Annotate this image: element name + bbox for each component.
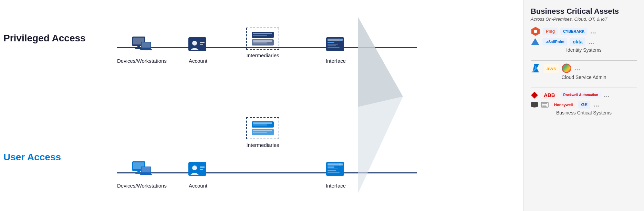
svg-rect-37	[253, 124, 267, 125]
svg-rect-36	[253, 122, 272, 124]
privileged-intermediaries-label: Intermediaries	[246, 52, 279, 58]
user-devices-icon	[130, 159, 154, 180]
privileged-devices-node: Devices/Workstations	[117, 34, 167, 64]
identity-systems-label: Identity Systems	[531, 47, 637, 53]
sailpoint-logo: ⊿SailPoint	[542, 38, 567, 46]
svg-rect-58	[531, 102, 538, 107]
biz-logos-row-2: Honeywell GE …	[531, 101, 637, 109]
svg-point-56	[562, 64, 571, 72]
business-critical-label: Business Critical Systems	[531, 110, 637, 115]
interface-icon-user	[324, 159, 348, 180]
svg-rect-29	[142, 167, 150, 172]
svg-rect-23	[339, 39, 341, 41]
privileged-intermediaries-box	[246, 28, 279, 50]
devices-workstations-icon	[130, 34, 154, 55]
svg-rect-40	[253, 132, 267, 133]
cloud-service-label: Cloud Service Admin	[531, 74, 637, 80]
screen-icon	[531, 102, 538, 108]
svg-point-32	[192, 165, 197, 170]
biz-logos-row-1: ABB Rockwell Automation …	[531, 91, 637, 99]
svg-rect-9	[200, 42, 205, 43]
user-intermediaries-label: Intermediaries	[246, 142, 279, 148]
svg-rect-20	[328, 44, 338, 44]
svg-rect-30	[140, 174, 152, 175]
divider-2	[531, 88, 637, 88]
privileged-devices-label: Devices/Workstations	[117, 58, 167, 64]
user-account-node: Account	[186, 159, 210, 189]
list-icon	[541, 102, 549, 108]
svg-rect-2	[137, 46, 140, 48]
svg-rect-62	[542, 105, 546, 106]
svg-rect-10	[200, 44, 203, 45]
svg-rect-33	[200, 167, 205, 168]
svg-rect-16	[253, 42, 267, 43]
abb-logo: ABB	[541, 91, 558, 99]
svg-rect-6	[140, 49, 152, 50]
user-intermediaries-box	[246, 117, 279, 139]
ping-identity-icon	[531, 27, 540, 36]
privileged-intermediaries-node: Intermediaries	[246, 28, 279, 58]
ping-logo: Ping	[543, 28, 558, 35]
user-account-label: Account	[189, 183, 207, 189]
svg-rect-5	[142, 42, 150, 48]
user-access-label: User Access	[3, 152, 61, 163]
cyberark-logo: CYBERARK	[560, 28, 587, 35]
main-diagram: Privileged Access User Access Devices/Wo…	[0, 0, 523, 211]
svg-point-51	[534, 30, 537, 33]
divider-1	[531, 60, 637, 61]
ge-logo: GE	[578, 101, 590, 109]
svg-rect-43	[328, 167, 334, 168]
svg-point-8	[192, 41, 197, 46]
biz-more-2-icon: …	[593, 101, 599, 108]
rockwell-logo: Rockwell Automation	[561, 92, 601, 98]
privileged-interface-label: Interface	[326, 58, 346, 64]
privileged-access-label: Privileged Access	[3, 33, 86, 44]
svg-rect-59	[533, 107, 536, 108]
svg-rect-39	[253, 130, 272, 131]
user-devices-label: Devices/Workstations	[117, 183, 167, 189]
privileged-account-label: Account	[189, 58, 207, 64]
user-interface-label: Interface	[326, 183, 346, 189]
identity-more-2-icon: …	[588, 38, 594, 46]
account-icon-user	[186, 159, 210, 180]
identity-logos-row-2: ⊿SailPoint okta …	[531, 38, 637, 46]
svg-rect-44	[328, 169, 338, 169]
azure-icon	[531, 63, 541, 73]
cloud-more-icon: …	[574, 65, 580, 72]
triangle-overlay	[358, 0, 403, 211]
interface-icon-privileged	[324, 34, 348, 55]
svg-rect-45	[328, 170, 336, 171]
biz-more-icon: …	[604, 91, 610, 99]
honeywell-logo: Honeywell	[551, 101, 575, 108]
right-panel: Business Critical Assets Across On-Premi…	[523, 0, 644, 211]
user-interface-node: Interface	[324, 159, 348, 189]
okta-logo: okta	[570, 38, 585, 46]
svg-marker-48	[358, 17, 403, 107]
gcp-icon	[562, 63, 571, 73]
svg-rect-47	[339, 163, 341, 165]
identity-logos-row: Ping CYBERARK …	[531, 27, 637, 36]
svg-marker-49	[358, 97, 403, 193]
svg-rect-12	[253, 33, 272, 34]
svg-rect-22	[328, 47, 340, 48]
svg-rect-46	[328, 172, 340, 173]
account-icon-privileged	[186, 34, 210, 55]
svg-rect-13	[253, 35, 267, 36]
svg-rect-15	[253, 40, 272, 42]
user-intermediaries-node: Intermediaries	[246, 117, 279, 148]
cloud-service-section: aws … Cloud Serv	[531, 63, 637, 80]
svg-rect-63	[542, 106, 547, 107]
identity-more-icon: …	[590, 28, 596, 35]
identity-systems-section: Ping CYBERARK … ⊿SailPoint okta … Identi…	[531, 27, 637, 53]
sailpoint-icon	[531, 38, 540, 46]
svg-marker-52	[531, 38, 539, 45]
svg-rect-61	[542, 103, 547, 104]
panel-subtitle: Across On-Premises, Cloud, OT, & IoT	[531, 17, 637, 22]
svg-rect-21	[328, 46, 336, 46]
svg-rect-34	[200, 169, 203, 170]
svg-rect-26	[137, 171, 140, 173]
privileged-interface-node: Interface	[324, 34, 348, 64]
business-critical-section: ABB Rockwell Automation … Ho	[531, 91, 637, 115]
diamond-icon	[531, 91, 538, 99]
aws-logo: aws	[544, 64, 559, 73]
